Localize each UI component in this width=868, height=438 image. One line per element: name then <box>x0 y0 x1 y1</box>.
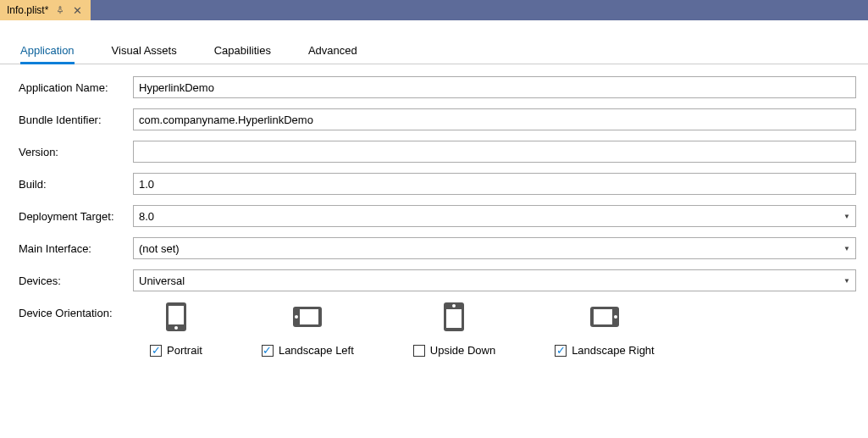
chevron-down-icon: ▼ <box>843 213 850 220</box>
svg-point-8 <box>452 304 456 308</box>
label-bundle-id: Bundle Identifier: <box>19 114 133 126</box>
tab-capabilities[interactable]: Capabilities <box>214 44 271 64</box>
checkbox-icon: ✓ <box>150 345 162 357</box>
input-build[interactable] <box>133 173 856 195</box>
label-app-name: Application Name: <box>19 81 133 94</box>
svg-point-2 <box>174 326 178 330</box>
label-orientation: Device Orientation: <box>19 302 133 319</box>
checkbox-portrait[interactable]: ✓ Portrait <box>150 344 202 357</box>
input-version[interactable] <box>133 141 856 163</box>
label-deploy: Deployment Target: <box>19 210 133 223</box>
svg-rect-1 <box>169 306 184 324</box>
svg-rect-10 <box>594 309 612 324</box>
nav-tabs: Application Visual Assets Capabilities A… <box>0 20 868 64</box>
checkbox-icon: ✓ <box>555 345 567 357</box>
label-main-interface: Main Interface: <box>19 242 133 255</box>
svg-point-11 <box>614 315 617 319</box>
form-application: Application Name: Bundle Identifier: Ver… <box>0 64 868 357</box>
checkbox-landscape-right[interactable]: ✓ Landscape Right <box>555 344 655 357</box>
pin-icon[interactable] <box>53 3 67 17</box>
label-build: Build: <box>19 178 133 191</box>
checkbox-icon: ✓ <box>262 345 274 357</box>
select-main-interface[interactable]: (not set) ▼ <box>133 237 856 259</box>
input-bundle-id[interactable] <box>133 108 856 130</box>
tab-advanced[interactable]: Advanced <box>308 44 357 64</box>
window-titlebar: Info.plist* ✕ <box>0 0 868 20</box>
landscape-left-icon <box>288 302 327 332</box>
close-icon[interactable]: ✕ <box>70 3 84 17</box>
chevron-down-icon: ▼ <box>843 245 850 252</box>
svg-rect-7 <box>446 309 462 328</box>
tab-application[interactable]: Application <box>20 44 75 64</box>
label-devices: Devices: <box>19 274 133 287</box>
landscape-right-icon <box>585 302 624 332</box>
file-tab[interactable]: Info.plist* ✕ <box>0 0 91 20</box>
select-deploy-target[interactable]: 8.0 ▼ <box>133 205 856 227</box>
checkbox-upside-down[interactable]: ✓ Upside Down <box>413 344 495 357</box>
chevron-down-icon: ▼ <box>843 277 850 285</box>
tab-visual-assets[interactable]: Visual Assets <box>112 44 177 64</box>
checkbox-icon: ✓ <box>413 345 425 357</box>
portrait-icon <box>157 302 196 332</box>
select-devices[interactable]: Universal ▼ <box>133 269 856 291</box>
input-app-name[interactable] <box>133 76 856 98</box>
svg-rect-4 <box>300 309 318 324</box>
upside-down-icon <box>434 302 473 332</box>
svg-point-5 <box>295 315 298 319</box>
checkbox-landscape-left[interactable]: ✓ Landscape Left <box>262 344 354 357</box>
label-version: Version: <box>19 146 133 158</box>
file-tab-name: Info.plist* <box>7 4 53 16</box>
